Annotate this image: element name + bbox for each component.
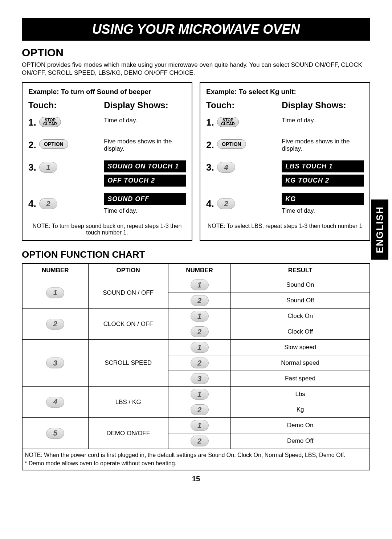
lcd-lbs-touch1: LBS TOUCH 1 bbox=[282, 160, 364, 172]
option-heading: OPTION bbox=[22, 46, 370, 59]
keypad-2[interactable]: 2 bbox=[46, 319, 64, 330]
keypad-2[interactable]: 2 bbox=[191, 404, 209, 415]
chart-col-result: RESULT bbox=[231, 264, 370, 277]
chart-sub-number: 1 bbox=[168, 340, 230, 355]
chart-sub-number: 3 bbox=[168, 371, 230, 387]
display-time-of-day: Time of day. bbox=[104, 207, 186, 215]
chart-main-number: 3 bbox=[22, 340, 88, 387]
chart-sub-number: 1 bbox=[168, 277, 230, 293]
keypad-1[interactable]: 1 bbox=[191, 389, 209, 400]
option-button[interactable]: OPTION bbox=[217, 139, 246, 149]
example2-title: Example: To select Kg unit: bbox=[206, 88, 364, 96]
chart-main-number: 5 bbox=[22, 418, 88, 449]
step-number: 2. bbox=[206, 139, 217, 151]
keypad-2[interactable]: 2 bbox=[217, 198, 235, 209]
keypad-1[interactable]: 1 bbox=[39, 162, 57, 173]
chart-sub-number: 2 bbox=[168, 324, 230, 340]
chart-main-number: 4 bbox=[22, 387, 88, 418]
example-kg-unit: Example: To select Kg unit: Touch: 1. ST… bbox=[200, 82, 370, 241]
step-number: 1. bbox=[206, 117, 217, 128]
page-number: 15 bbox=[22, 475, 370, 483]
step-number: 4. bbox=[206, 198, 217, 209]
stop-clear-button[interactable]: STOPCLEAR bbox=[39, 117, 61, 127]
option-intro: OPTION provides five modes which make us… bbox=[22, 61, 370, 77]
chart-result: Slow speed bbox=[231, 340, 370, 355]
chart-sub-number: 2 bbox=[168, 402, 230, 418]
chart-main-number: 2 bbox=[22, 309, 88, 340]
chart-result: Demo Off bbox=[231, 433, 370, 449]
touch-header: Touch: bbox=[206, 100, 282, 110]
step-number: 3. bbox=[206, 162, 217, 173]
keypad-2[interactable]: 2 bbox=[39, 198, 57, 209]
keypad-3[interactable]: 3 bbox=[46, 358, 64, 368]
display-five-modes: Five modes shows in the display. bbox=[104, 138, 186, 152]
keypad-2[interactable]: 2 bbox=[191, 358, 209, 368]
step-number: 1. bbox=[28, 117, 39, 128]
chart-sub-number: 1 bbox=[168, 309, 230, 324]
chart-option-name: SCROLL SPEED bbox=[88, 340, 168, 387]
chart-option-name: LBS / KG bbox=[88, 387, 168, 418]
example1-note: NOTE: To turn beep sound back on, repeat… bbox=[28, 223, 186, 236]
keypad-2[interactable]: 2 bbox=[191, 326, 209, 337]
chart-result: Sound On bbox=[231, 277, 370, 293]
keypad-1[interactable]: 1 bbox=[191, 420, 209, 431]
step-number: 2. bbox=[28, 139, 39, 151]
step-number: 3. bbox=[28, 162, 39, 173]
keypad-2[interactable]: 2 bbox=[191, 295, 209, 306]
chart-result: Kg bbox=[231, 402, 370, 418]
keypad-1[interactable]: 1 bbox=[191, 311, 209, 322]
chart-option-name: DEMO ON/OFF bbox=[88, 418, 168, 449]
keypad-1[interactable]: 1 bbox=[191, 342, 209, 353]
keypad-4[interactable]: 4 bbox=[46, 397, 64, 408]
page-banner: USING YOUR MICROWAVE OVEN bbox=[22, 18, 370, 41]
display-header: Display Shows: bbox=[104, 100, 186, 110]
chart-sub-number: 2 bbox=[168, 293, 230, 309]
example-sound-off: Example: To turn off Sound of beeper Tou… bbox=[22, 82, 192, 241]
chart-result: Fast speed bbox=[231, 371, 370, 387]
chart-option-name: SOUND ON / OFF bbox=[88, 277, 168, 309]
keypad-3[interactable]: 3 bbox=[191, 373, 209, 384]
display-five-modes: Five modes shows in the display. bbox=[282, 138, 364, 152]
chart-result: Clock Off bbox=[231, 324, 370, 340]
chart-sub-number: 1 bbox=[168, 418, 230, 433]
lcd-kg: KG bbox=[282, 193, 364, 205]
display-time-of-day: Time of day. bbox=[282, 117, 364, 124]
lcd-kg-touch2: KG TOUCH 2 bbox=[282, 175, 364, 187]
chart-result: Lbs bbox=[231, 387, 370, 402]
chart-col-number2: NUMBER bbox=[168, 264, 230, 277]
keypad-1[interactable]: 1 bbox=[46, 287, 64, 298]
chart-note: NOTE: When the power cord is first plugg… bbox=[22, 449, 370, 470]
chart-sub-number: 1 bbox=[168, 387, 230, 402]
option-button[interactable]: OPTION bbox=[39, 139, 68, 149]
chart-result: Clock On bbox=[231, 309, 370, 324]
keypad-4[interactable]: 4 bbox=[217, 162, 235, 173]
chart-sub-number: 2 bbox=[168, 433, 230, 449]
chart-result: Normal speed bbox=[231, 355, 370, 371]
chart-sub-number: 2 bbox=[168, 355, 230, 371]
chart-col-number: NUMBER bbox=[22, 264, 88, 277]
language-tab: ENGLISH bbox=[371, 200, 388, 260]
display-header: Display Shows: bbox=[282, 100, 364, 110]
display-time-of-day: Time of day. bbox=[104, 117, 186, 124]
keypad-5[interactable]: 5 bbox=[46, 428, 64, 439]
chart-result: Sound Off bbox=[231, 293, 370, 309]
option-function-chart: NUMBER OPTION NUMBER RESULT 1SOUND ON / … bbox=[22, 263, 370, 470]
example1-title: Example: To turn off Sound of beeper bbox=[28, 88, 186, 96]
chart-option-name: CLOCK ON / OFF bbox=[88, 309, 168, 340]
display-time-of-day: Time of day. bbox=[282, 207, 364, 215]
example2-note: NOTE: To select LBS, repeat steps 1-3 th… bbox=[206, 223, 364, 229]
keypad-1[interactable]: 1 bbox=[191, 279, 209, 290]
chart-heading: OPTION FUNCTION CHART bbox=[22, 249, 370, 260]
lcd-sound-on-touch1: SOUND ON TOUCH 1 bbox=[104, 160, 186, 172]
touch-header: Touch: bbox=[28, 100, 104, 110]
chart-col-option: OPTION bbox=[88, 264, 168, 277]
lcd-sound-off: SOUND OFF bbox=[104, 193, 186, 205]
step-number: 4. bbox=[28, 198, 39, 209]
lcd-off-touch2: OFF TOUCH 2 bbox=[104, 175, 186, 187]
stop-clear-button[interactable]: STOPCLEAR bbox=[217, 117, 239, 127]
keypad-2[interactable]: 2 bbox=[191, 436, 209, 446]
chart-result: Demo On bbox=[231, 418, 370, 433]
chart-main-number: 1 bbox=[22, 277, 88, 309]
